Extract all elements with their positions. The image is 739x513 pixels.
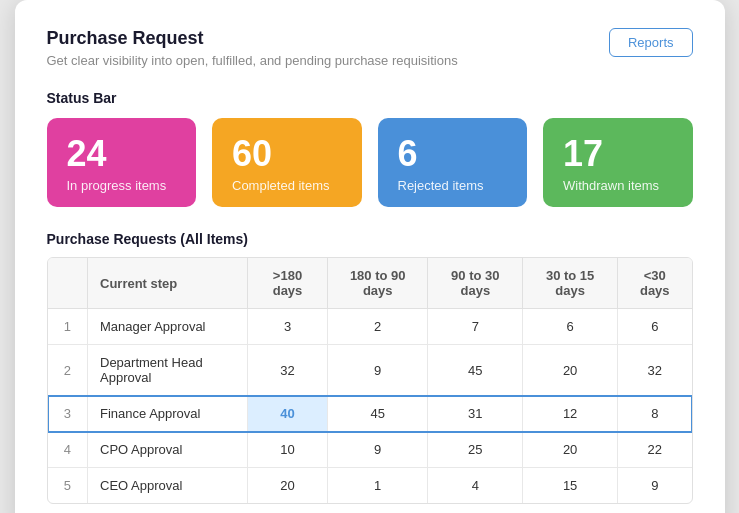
purchase-requests-table: Current step >180 days 180 to 90 days 90… (47, 257, 693, 504)
rejected-label: Rejected items (398, 178, 508, 193)
row-num: 1 (48, 309, 88, 345)
row-c1: 3 (248, 309, 328, 345)
row-step: Manager Approval (88, 309, 248, 345)
withdrawn-label: Withdrawn items (563, 178, 673, 193)
row-c5: 32 (618, 345, 692, 396)
row-c4: 20 (523, 432, 618, 468)
row-num: 2 (48, 345, 88, 396)
row-num: 4 (48, 432, 88, 468)
row-step: Finance Approval (88, 396, 248, 432)
table-header-row: Current step >180 days 180 to 90 days 90… (48, 258, 692, 309)
page-subtitle: Get clear visibility into open, fulfille… (47, 53, 458, 68)
row-c4: 20 (523, 345, 618, 396)
table-row[interactable]: 2Department Head Approval329452032 (48, 345, 692, 396)
table-row[interactable]: 4CPO Approval109252022 (48, 432, 692, 468)
row-c3: 31 (428, 396, 523, 432)
col-header-30less: <30 days (618, 258, 692, 309)
col-header-180plus: >180 days (248, 258, 328, 309)
header-left: Purchase Request Get clear visibility in… (47, 28, 458, 68)
row-c4: 6 (523, 309, 618, 345)
row-c3: 7 (428, 309, 523, 345)
inprogress-count: 24 (67, 136, 177, 172)
status-bar: 24 In progress items 60 Completed items … (47, 118, 693, 207)
row-c2: 9 (328, 432, 428, 468)
row-c3: 4 (428, 468, 523, 504)
table-row[interactable]: 3Finance Approval404531128 (48, 396, 692, 432)
status-bar-label: Status Bar (47, 90, 693, 106)
completed-label: Completed items (232, 178, 342, 193)
main-window: Purchase Request Get clear visibility in… (15, 0, 725, 513)
row-step: CPO Approval (88, 432, 248, 468)
row-c1: 10 (248, 432, 328, 468)
row-c1: 32 (248, 345, 328, 396)
col-header-90-30: 90 to 30 days (428, 258, 523, 309)
row-num: 5 (48, 468, 88, 504)
row-num: 3 (48, 396, 88, 432)
row-c5: 6 (618, 309, 692, 345)
row-c2: 1 (328, 468, 428, 504)
col-header-30-15: 30 to 15 days (523, 258, 618, 309)
row-c3: 25 (428, 432, 523, 468)
row-c2: 2 (328, 309, 428, 345)
page-title: Purchase Request (47, 28, 458, 49)
reports-button[interactable]: Reports (609, 28, 693, 57)
row-c5: 22 (618, 432, 692, 468)
row-step: CEO Approval (88, 468, 248, 504)
row-c4: 15 (523, 468, 618, 504)
col-header-step: Current step (88, 258, 248, 309)
row-c1: 20 (248, 468, 328, 504)
row-step: Department Head Approval (88, 345, 248, 396)
inprogress-label: In progress items (67, 178, 177, 193)
completed-count: 60 (232, 136, 342, 172)
row-c2: 45 (328, 396, 428, 432)
row-c5: 8 (618, 396, 692, 432)
row-c1: 40 (248, 396, 328, 432)
row-c4: 12 (523, 396, 618, 432)
status-card-completed: 60 Completed items (212, 118, 362, 207)
col-header-num (48, 258, 88, 309)
rejected-count: 6 (398, 136, 508, 172)
page-header: Purchase Request Get clear visibility in… (47, 28, 693, 68)
status-card-rejected: 6 Rejected items (378, 118, 528, 207)
withdrawn-count: 17 (563, 136, 673, 172)
table-row[interactable]: 5CEO Approval2014159 (48, 468, 692, 504)
status-card-withdrawn: 17 Withdrawn items (543, 118, 693, 207)
row-c3: 45 (428, 345, 523, 396)
status-card-inprogress: 24 In progress items (47, 118, 197, 207)
col-header-180-90: 180 to 90 days (328, 258, 428, 309)
row-c5: 9 (618, 468, 692, 504)
row-c2: 9 (328, 345, 428, 396)
table-section-label: Purchase Requests (All Items) (47, 231, 693, 247)
table-row[interactable]: 1Manager Approval32766 (48, 309, 692, 345)
